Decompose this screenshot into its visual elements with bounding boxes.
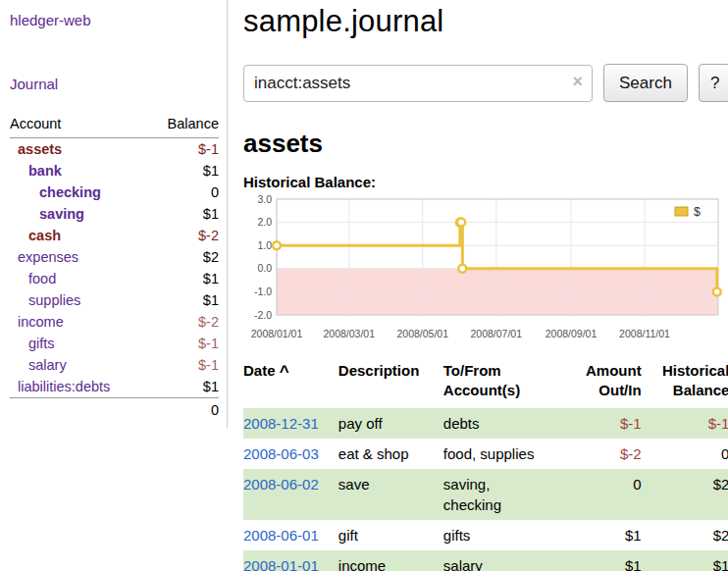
account-balance: $1 xyxy=(148,160,219,182)
clear-search-icon[interactable]: × xyxy=(572,72,583,92)
col-amount: Amount Out/In xyxy=(558,359,644,408)
search-input[interactable] xyxy=(243,65,593,102)
y-tick-label: 1.0 xyxy=(257,239,272,251)
account-name-cell: assets xyxy=(10,138,148,161)
account-name-cell: cash xyxy=(10,225,148,246)
account-balance: $1 xyxy=(148,203,219,225)
data-point-marker xyxy=(457,219,465,227)
account-link[interactable]: cash xyxy=(28,228,61,243)
col-accounts: To/From Account(s) xyxy=(443,359,558,408)
register-description: eat & shop xyxy=(338,439,443,469)
sort-asc-icon: ^ xyxy=(280,362,289,381)
account-row: checking0 xyxy=(10,182,219,203)
account-balance: $1 xyxy=(148,289,219,311)
account-link[interactable]: expenses xyxy=(18,249,78,265)
register-balance: $2 xyxy=(644,469,728,520)
search-button[interactable]: Search xyxy=(603,64,688,102)
account-name-cell: food xyxy=(10,268,148,289)
y-tick-label: 2.0 xyxy=(257,216,272,228)
register-date-cell: 2008-06-01 xyxy=(243,520,338,550)
accounts-header-row: Account Balance xyxy=(10,114,219,138)
account-row: supplies$1 xyxy=(10,289,219,311)
account-row: liabilities:debts$1 xyxy=(10,376,219,398)
account-link[interactable]: food xyxy=(28,271,56,286)
register-description: gift xyxy=(338,520,443,550)
accounts-header-balance: Balance xyxy=(148,114,219,138)
x-tick-label: 2008/05/01 xyxy=(396,328,448,339)
y-tick-label: 3.0 xyxy=(257,194,272,205)
account-row: income$-2 xyxy=(10,311,219,333)
account-link[interactable]: income xyxy=(18,314,64,330)
register-date-link[interactable]: 2008-06-02 xyxy=(243,476,319,493)
x-tick-label: 2008/03/01 xyxy=(323,328,375,339)
accounts-total-value: 0 xyxy=(148,398,219,422)
sidebar: hledger-web Journal Account Balance asse… xyxy=(0,0,228,428)
data-point-marker xyxy=(713,287,721,295)
account-name-cell: gifts xyxy=(10,333,148,354)
register-accounts: salary xyxy=(443,550,558,571)
register-accounts: saving, checking xyxy=(443,469,558,520)
account-link[interactable]: gifts xyxy=(28,336,55,351)
account-name-cell: liabilities:debts xyxy=(10,376,148,398)
col-description: Description xyxy=(338,359,443,408)
col-date[interactable]: Date ^ xyxy=(243,359,338,408)
account-name-cell: supplies xyxy=(10,289,148,311)
register-date-cell: 2008-12-31 xyxy=(243,408,338,439)
nav-journal-link[interactable]: Journal xyxy=(10,76,58,92)
account-balance: $-2 xyxy=(148,225,219,246)
register-date-link[interactable]: 2008-01-01 xyxy=(243,557,319,571)
account-heading: assets xyxy=(243,129,728,159)
register-amount: $-1 xyxy=(558,408,644,439)
account-row: expenses$2 xyxy=(10,246,219,268)
account-link[interactable]: supplies xyxy=(28,292,80,308)
account-link[interactable]: assets xyxy=(18,141,62,157)
account-row: gifts$-1 xyxy=(10,333,219,354)
account-link[interactable]: checking xyxy=(39,184,101,200)
accounts-total-spacer xyxy=(10,398,148,422)
account-row: food$1 xyxy=(10,268,219,289)
account-link[interactable]: salary xyxy=(28,357,67,373)
register-balance: $1 xyxy=(644,550,728,571)
account-balance: $-2 xyxy=(148,311,219,333)
account-balance: $-1 xyxy=(148,354,219,376)
register-row: 2008-01-01incomesalary$1$1 xyxy=(243,550,728,571)
register-row: 2008-06-01giftgifts$1$2 xyxy=(243,520,728,550)
register-amount: $1 xyxy=(558,520,644,550)
register-date-link[interactable]: 2008-06-03 xyxy=(243,445,319,462)
account-link[interactable]: bank xyxy=(28,163,62,179)
register-date-cell: 2008-01-01 xyxy=(243,550,338,571)
help-button[interactable]: ? xyxy=(699,64,728,102)
account-balance: $1 xyxy=(148,376,219,398)
account-link[interactable]: liabilities:debts xyxy=(18,379,110,394)
x-tick-label: 2008/07/01 xyxy=(470,328,522,339)
x-tick-label: 2008/09/01 xyxy=(546,328,598,339)
chart-svg: 3.02.01.00.0-1.0-2.02008/01/012008/03/01… xyxy=(243,194,724,343)
register-row: 2008-06-03eat & shopfood, supplies$-20 xyxy=(243,439,728,469)
register-row: 2008-12-31pay offdebts$-1$-1 xyxy=(243,408,728,439)
register-balance: $-1 xyxy=(644,408,728,439)
register-date-link[interactable]: 2008-06-01 xyxy=(243,527,319,544)
account-row: bank$1 xyxy=(10,160,219,182)
app-brand-link[interactable]: hledger-web xyxy=(10,12,91,28)
hledger-web-app: hledger-web Journal Account Balance asse… xyxy=(0,0,728,571)
account-name-cell: income xyxy=(10,311,148,333)
app-brand: hledger-web xyxy=(10,12,218,29)
chart-title: Historical Balance: xyxy=(243,174,728,190)
nav-journal: Journal xyxy=(10,76,218,93)
account-link[interactable]: saving xyxy=(39,206,84,222)
accounts-table: Account Balance assets$-1bank$1checking0… xyxy=(10,114,219,421)
account-name-cell: checking xyxy=(10,182,148,203)
x-tick-label: 2008/01/01 xyxy=(251,328,303,339)
legend-swatch xyxy=(675,207,688,216)
account-row: saving$1 xyxy=(10,203,219,225)
register-date-link[interactable]: 2008-12-31 xyxy=(243,415,319,432)
y-tick-label: -2.0 xyxy=(254,309,272,321)
historical-balance-chart[interactable]: 3.02.01.00.0-1.0-2.02008/01/012008/03/01… xyxy=(243,194,728,347)
register-accounts: food, supplies xyxy=(443,439,558,469)
account-name-cell: saving xyxy=(10,203,148,225)
x-tick-label: 2008/11/01 xyxy=(619,328,670,339)
account-row: salary$-1 xyxy=(10,354,219,376)
account-row: cash$-2 xyxy=(10,225,219,246)
register-amount: 0 xyxy=(558,469,644,520)
register-description: pay off xyxy=(338,408,443,439)
